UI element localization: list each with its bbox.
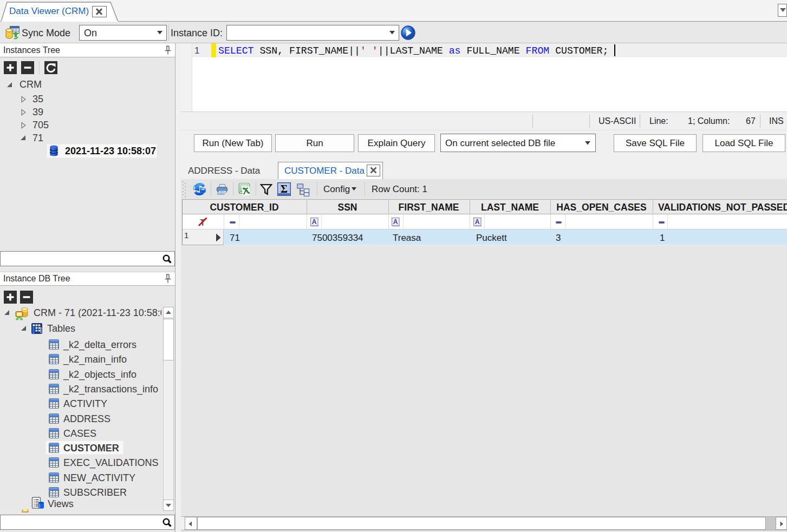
svg-text:A: A bbox=[312, 218, 317, 226]
svg-text:A: A bbox=[393, 218, 398, 226]
svg-text:Σ: Σ bbox=[281, 183, 288, 195]
svg-text:A: A bbox=[475, 218, 480, 226]
